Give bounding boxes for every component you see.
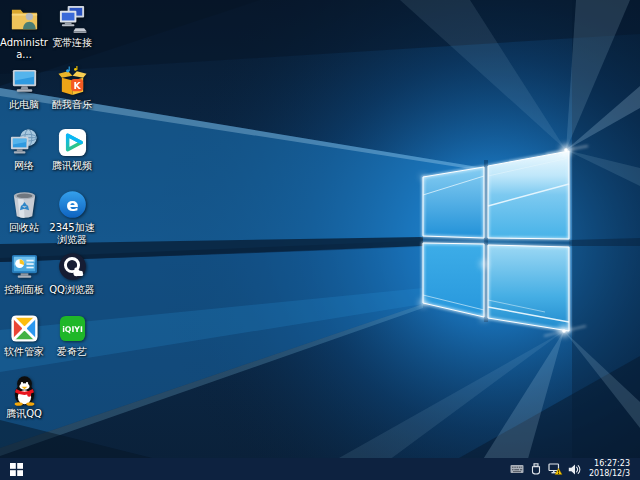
desktop-icon-qq-browser[interactable]: QQ浏览器: [48, 251, 96, 296]
qq-browser-icon: [57, 251, 88, 282]
usb-device-icon[interactable]: [528, 458, 544, 480]
desktop-icon-label: 此电脑: [9, 99, 39, 111]
taskbar-empty-area: [32, 458, 508, 480]
desktop-icon-label: QQ浏览器: [49, 284, 95, 296]
svg-text:K: K: [73, 80, 81, 91]
desktop-icon-software-manager[interactable]: 软件管家: [0, 313, 48, 358]
desktop-icon-kuwo-music[interactable]: K 酷我音乐: [48, 66, 96, 111]
2345-browser-icon: e: [57, 189, 88, 220]
wallpaper: [0, 0, 640, 480]
desktop-icon-administrator[interactable]: Administra...: [0, 4, 48, 60]
tencent-qq-icon: [9, 375, 40, 406]
svg-text:e: e: [66, 194, 78, 215]
windows-logo-icon: [10, 463, 23, 476]
desktop-icon-2345-browser[interactable]: e 2345加速浏览器: [48, 189, 96, 245]
taskbar-clock[interactable]: 16:27:23 2018/12/3: [584, 459, 634, 480]
system-tray: 16:27:23 2018/12/3: [508, 458, 640, 480]
desktop-icon-tencent-qq[interactable]: 腾讯QQ: [0, 375, 48, 420]
network-warning-icon[interactable]: [547, 458, 563, 480]
desktop-icon-label: 酷我音乐: [52, 99, 92, 111]
clock-time: 16:27:23: [589, 459, 630, 469]
network-icon: [9, 127, 40, 158]
clock-date: 2018/12/3: [589, 469, 630, 479]
touch-keyboard-icon[interactable]: [509, 458, 525, 480]
volume-icon[interactable]: [566, 458, 582, 480]
recycle-bin-icon: [9, 189, 40, 220]
desktop-icon-label: 腾讯视频: [52, 160, 92, 172]
desktop-icon-label: 宽带连接: [52, 37, 92, 49]
desktop-icon-label: 回收站: [9, 222, 39, 234]
svg-text:iQIYI: iQIYI: [62, 325, 83, 334]
desktop-icon-iqiyi[interactable]: iQIYI 爱奇艺: [48, 313, 96, 358]
desktop-icon-label: 爱奇艺: [57, 346, 87, 358]
desktop-icon-label: 网络: [14, 160, 34, 172]
desktop-icon-this-pc[interactable]: 此电脑: [0, 66, 48, 111]
desktop-icon-network[interactable]: 网络: [0, 127, 48, 172]
windows-desktop: Administra... 宽带连接: [0, 0, 640, 480]
iqiyi-icon: iQIYI: [57, 313, 88, 344]
taskbar: 16:27:23 2018/12/3: [0, 458, 640, 480]
start-button[interactable]: [0, 458, 32, 480]
tencent-video-icon: [57, 127, 88, 158]
kuwo-music-icon: K: [57, 66, 88, 97]
control-panel-icon: [9, 251, 40, 282]
desktop-icon-label: Administra...: [0, 37, 48, 60]
desktop-icon-tencent-video[interactable]: 腾讯视频: [48, 127, 96, 172]
desktop-icon-label: 2345加速浏览器: [48, 222, 96, 245]
desktop-icon-label: 控制面板: [4, 284, 44, 296]
desktop-icon-control-panel[interactable]: 控制面板: [0, 251, 48, 296]
software-manager-icon: [9, 313, 40, 344]
desktop-icon-broadband[interactable]: 宽带连接: [48, 4, 96, 49]
this-pc-icon: [9, 66, 40, 97]
desktop-icon-label: 软件管家: [4, 346, 44, 358]
broadband-connection-icon: [57, 4, 88, 35]
user-folder-icon: [9, 4, 40, 35]
desktop-icon-label: 腾讯QQ: [6, 408, 42, 420]
desktop-icon-recycle-bin[interactable]: 回收站: [0, 189, 48, 234]
